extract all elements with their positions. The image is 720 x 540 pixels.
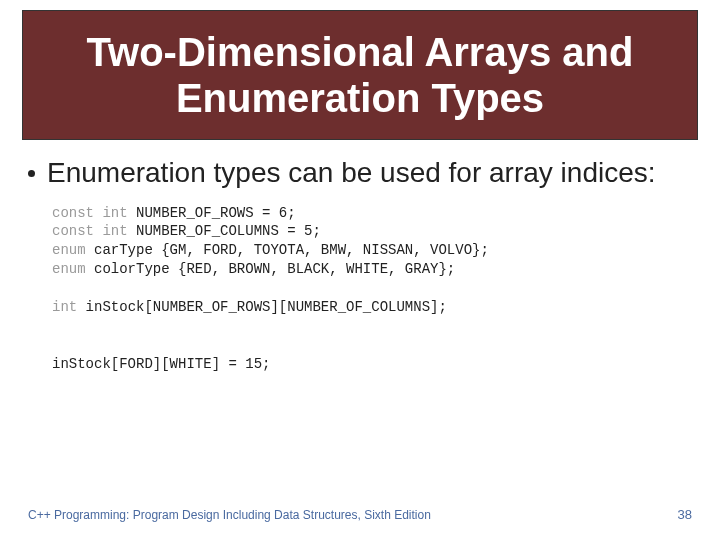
body-area: Enumeration types can be used for array … [28, 150, 692, 480]
kw-const-int-2: const int [52, 223, 128, 239]
bullet-icon [28, 170, 35, 177]
footer: C++ Programming: Program Design Includin… [28, 507, 692, 522]
footer-page: 38 [678, 507, 692, 522]
code-rest-4: colorType {RED, BROWN, BLACK, WHITE, GRA… [86, 261, 456, 277]
kw-enum-2: enum [52, 261, 86, 277]
bullet-row: Enumeration types can be used for array … [28, 156, 692, 190]
code-rest-2: NUMBER_OF_COLUMNS = 5; [128, 223, 321, 239]
code-line-2: const int NUMBER_OF_COLUMNS = 5; [52, 223, 321, 239]
title-box: Two-Dimensional Arrays and Enumeration T… [22, 10, 698, 140]
code-line-1: const int NUMBER_OF_ROWS = 6; [52, 205, 296, 221]
slide: Two-Dimensional Arrays and Enumeration T… [0, 0, 720, 540]
slide-title: Two-Dimensional Arrays and Enumeration T… [43, 29, 677, 121]
code-line-6: inStock[FORD][WHITE] = 15; [52, 356, 270, 372]
code-line-3: enum carType {GM, FORD, TOYOTA, BMW, NIS… [52, 242, 489, 258]
code-rest-5: inStock[NUMBER_OF_ROWS][NUMBER_OF_COLUMN… [77, 299, 447, 315]
kw-enum-1: enum [52, 242, 86, 258]
code-line-4: enum colorType {RED, BROWN, BLACK, WHITE… [52, 261, 455, 277]
kw-int: int [52, 299, 77, 315]
code-rest-1: NUMBER_OF_ROWS = 6; [128, 205, 296, 221]
code-rest-3: carType {GM, FORD, TOYOTA, BMW, NISSAN, … [86, 242, 489, 258]
code-line-5: int inStock[NUMBER_OF_ROWS][NUMBER_OF_CO… [52, 299, 447, 315]
kw-const-int-1: const int [52, 205, 128, 221]
code-block: const int NUMBER_OF_ROWS = 6; const int … [52, 204, 692, 374]
bullet-text: Enumeration types can be used for array … [47, 156, 656, 190]
footer-book: C++ Programming: Program Design Includin… [28, 508, 431, 522]
